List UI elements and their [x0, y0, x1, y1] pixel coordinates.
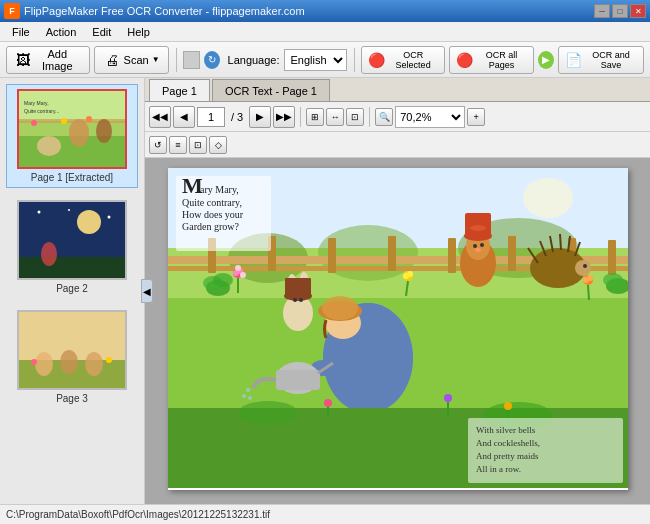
fit-page-button[interactable]: ⊞ — [306, 108, 324, 126]
sidebar-page-2[interactable]: Page 2 — [6, 196, 138, 298]
document-page: M ary Mary, Quite contrary, How does you… — [168, 168, 628, 490]
rotate-ccw-button[interactable]: ↺ — [149, 136, 167, 154]
svg-rect-79 — [285, 278, 311, 297]
page-illustration: M ary Mary, Quite contrary, How does you… — [168, 168, 628, 488]
nav-first-button[interactable]: ◀◀ — [149, 106, 171, 128]
svg-point-90 — [407, 271, 413, 277]
thumb-img-1: Mary Mary, Quite contrary... — [17, 89, 127, 169]
toolbar: 🖼 Add Image 🖨 Scan ▼ ↻ Language: English… — [0, 42, 650, 78]
svg-point-25 — [106, 357, 112, 363]
svg-rect-14 — [19, 257, 125, 278]
minimize-button[interactable]: ─ — [594, 4, 610, 18]
svg-text:Quite contrary,: Quite contrary, — [182, 197, 242, 208]
nav-icon — [183, 51, 199, 69]
sidebar-page-1[interactable]: Mary Mary, Quite contrary... Page 1 [Ext… — [6, 84, 138, 188]
close-button[interactable]: ✕ — [630, 4, 646, 18]
page-number-input[interactable] — [197, 107, 225, 127]
thumb-art-3 — [19, 312, 125, 388]
svg-point-15 — [41, 242, 57, 266]
ocr-go-icon: ▶ — [538, 51, 554, 69]
svg-text:All in a row.: All in a row. — [476, 464, 521, 474]
nav-last-button[interactable]: ▶▶ — [273, 106, 295, 128]
crop-button[interactable]: ⊡ — [189, 136, 207, 154]
svg-rect-40 — [448, 238, 456, 273]
ocr-selected-label: OCR Selected — [388, 50, 437, 70]
menu-help[interactable]: Help — [119, 24, 158, 40]
svg-point-7 — [31, 120, 37, 126]
thumb-img-2 — [17, 200, 127, 280]
svg-point-22 — [60, 350, 78, 374]
window-controls: ─ □ ✕ — [594, 4, 646, 18]
ocr-all-pages-button[interactable]: 🔴 OCR all Pages — [449, 46, 534, 74]
thumb-art-1: Mary Mary, Quite contrary... — [19, 91, 125, 167]
zoom-in-button[interactable]: + — [467, 108, 485, 126]
svg-point-106 — [444, 394, 452, 402]
menubar: File Action Edit Help — [0, 22, 650, 42]
svg-point-24 — [31, 359, 37, 365]
thumb-img-3 — [17, 310, 127, 390]
menu-edit[interactable]: Edit — [84, 24, 119, 40]
zoom-out-button[interactable]: 🔍 — [375, 108, 393, 126]
svg-line-48 — [560, 234, 561, 250]
select-button[interactable]: ⊡ — [346, 108, 364, 126]
language-area: Language: English — [228, 49, 347, 71]
svg-text:Quite contrary...: Quite contrary... — [24, 108, 59, 114]
svg-point-17 — [68, 209, 70, 211]
ocr-selected-button[interactable]: 🔴 OCR Selected — [361, 46, 444, 74]
thumb-art-2 — [19, 202, 125, 278]
sidebar-page-3[interactable]: Page 3 — [6, 306, 138, 408]
titlebar: F FlipPageMaker Free OCR Converter - fli… — [0, 0, 650, 22]
ocr-all-icon: 🔴 — [456, 51, 473, 69]
viewer-area: Page 1 OCR Text - Page 1 ◀◀ ◀ / 3 ▶ ▶▶ ⊞… — [145, 78, 650, 504]
toolbar-sep2 — [354, 48, 355, 72]
app-icon: F — [4, 3, 20, 19]
page-options-button[interactable]: ≡ — [169, 136, 187, 154]
tab-ocrtext1[interactable]: OCR Text - Page 1 — [212, 79, 330, 101]
menu-action[interactable]: Action — [38, 24, 85, 40]
page-total-label: / 3 — [227, 111, 247, 123]
svg-point-9 — [86, 116, 92, 122]
language-select[interactable]: English — [284, 49, 347, 71]
svg-text:And cockleshells,: And cockleshells, — [476, 438, 540, 448]
svg-point-57 — [470, 225, 486, 231]
nav-sep2 — [369, 107, 370, 127]
sidebar-collapse-button[interactable]: ◀ — [141, 279, 153, 303]
add-image-icon: 🖼 — [15, 51, 31, 69]
svg-point-16 — [38, 211, 41, 214]
svg-point-108 — [504, 402, 512, 410]
svg-point-94 — [587, 275, 593, 281]
svg-text:With silver bells: With silver bells — [476, 425, 536, 435]
menu-file[interactable]: File — [4, 24, 38, 40]
nav-toolbar2: ↺ ≡ ⊡ ◇ — [145, 132, 650, 158]
svg-text:Garden grow?: Garden grow? — [182, 221, 239, 232]
add-image-button[interactable]: 🖼 Add Image — [6, 46, 90, 74]
svg-point-23 — [85, 352, 103, 376]
svg-point-60 — [475, 248, 481, 252]
svg-rect-38 — [328, 238, 336, 273]
fit-width-button[interactable]: ↔ — [326, 108, 344, 126]
ocr-save-button[interactable]: 📄 OCR and Save — [558, 46, 644, 74]
language-label: Language: — [228, 54, 280, 66]
extra-button[interactable]: ◇ — [209, 136, 227, 154]
svg-line-95 — [588, 285, 589, 300]
maximize-button[interactable]: □ — [612, 4, 628, 18]
svg-point-13 — [77, 210, 101, 234]
tab-page1[interactable]: Page 1 — [149, 79, 210, 101]
status-path: C:\ProgramData\Boxoft\PdfOcr\Images\2012… — [6, 509, 270, 520]
document-canvas[interactable]: M ary Mary, Quite contrary, How does you… — [145, 158, 650, 504]
scan-button[interactable]: 🖨 Scan ▼ — [94, 46, 169, 74]
svg-point-65 — [322, 296, 358, 320]
add-image-label: Add Image — [34, 48, 81, 72]
ocr-save-label: OCR and Save — [585, 50, 637, 70]
zoom-select[interactable]: 70,2% 50% 75% 100% — [395, 106, 465, 128]
svg-rect-39 — [388, 236, 396, 271]
scan-dropdown-icon: ▼ — [152, 55, 160, 64]
svg-point-71 — [248, 396, 252, 400]
scan-icon: 🖨 — [103, 51, 121, 69]
svg-point-8 — [61, 118, 67, 124]
nav-next-button[interactable]: ▶ — [249, 106, 271, 128]
nav-prev-button[interactable]: ◀ — [173, 106, 195, 128]
thumb-label-1: Page 1 [Extracted] — [31, 172, 113, 183]
svg-point-4 — [37, 136, 61, 156]
svg-point-102 — [238, 401, 298, 425]
